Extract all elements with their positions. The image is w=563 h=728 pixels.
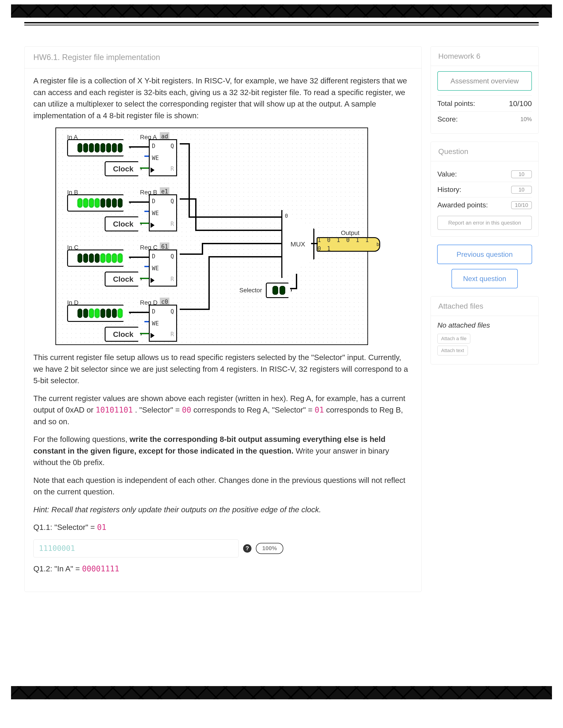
page-rule: [24, 22, 539, 23]
clock-button[interactable]: Clock: [105, 216, 142, 231]
q11-percent-pill: 100%: [256, 543, 283, 554]
sidebar: Homework 6 Assessment overview Total poi…: [431, 46, 539, 364]
value-row: Value: 10: [437, 167, 532, 182]
value-pill[interactable]: 10: [511, 170, 532, 178]
help-icon[interactable]: ?: [243, 544, 251, 553]
attach-text-button[interactable]: Attach text: [437, 346, 468, 355]
q11-answer-row: 11100001 ? 100%: [33, 539, 413, 557]
page-top-border: [11, 4, 552, 18]
q11-label: Q1.1: "Selector" = 01: [33, 522, 413, 533]
question-meta-header: Question: [431, 142, 539, 161]
homework-card: Homework 6 Assessment overview Total poi…: [431, 46, 539, 134]
register-file-diagram: In AReg AadClockDQWERIn BReg Be1ClockDQW…: [55, 128, 368, 345]
page-bottom-border: [11, 686, 552, 699]
hint-text: Hint: Recall that registers only update …: [33, 504, 413, 516]
clock-button[interactable]: Clock: [105, 272, 142, 287]
question-title: HW6.1. Register file implementation: [24, 47, 422, 68]
assessment-overview-button[interactable]: Assessment overview: [437, 71, 532, 91]
clock-button[interactable]: Clock: [105, 161, 142, 176]
awarded-pill: 10/10: [511, 201, 532, 209]
history-pill[interactable]: 10: [511, 186, 532, 194]
clock-button[interactable]: Clock: [105, 327, 142, 342]
register-row-0: In AReg AadClockDQWER: [67, 133, 206, 179]
total-points-row: Total points: 10/100: [437, 96, 532, 111]
question-meta-card: Question Value: 10 History: 10 Awarded p…: [431, 142, 539, 237]
after-fig-1: This current register file setup allows …: [33, 352, 413, 387]
register-row-2: In CReg C61ClockDQWER: [67, 243, 206, 289]
mux: MUX: [281, 210, 315, 278]
score-row: Score: 10%: [437, 111, 532, 127]
question-nav: Previous question Next question: [431, 245, 539, 288]
report-error-button[interactable]: Report an error in this question: [437, 216, 532, 230]
register-row-1: In BReg Be1ClockDQWER: [67, 188, 206, 234]
no-files-text: No attached files: [437, 321, 532, 329]
question-card: HW6.1. Register file implementation A re…: [24, 46, 422, 592]
q12-label: Q1.2: "In A" = 00001111: [33, 563, 413, 575]
output-display: 1 0 1 0 1 1 0 1b: [317, 237, 380, 252]
q11-answer-input[interactable]: 11100001: [33, 539, 239, 557]
question-body: A register file is a collection of X Y-b…: [24, 68, 422, 592]
homework-title: Homework 6: [431, 47, 539, 66]
attached-files-header: Attached files: [431, 296, 539, 316]
awarded-row: Awarded points: 10/10: [437, 197, 532, 213]
register-row-3: In DReg Dc0ClockDQWER: [67, 298, 206, 344]
attach-file-button[interactable]: Attach a file: [437, 334, 470, 343]
intro-text: A register file is a collection of X Y-b…: [33, 75, 413, 121]
history-row: History: 10: [437, 182, 532, 197]
next-question-button[interactable]: Next question: [452, 269, 518, 288]
attached-files-card: Attached files No attached files Attach …: [431, 296, 539, 364]
page-rule-inner: [24, 25, 539, 25]
task-text: For the following questions, write the c…: [33, 433, 413, 468]
after-fig-2: The current register values are shown ab…: [33, 393, 413, 428]
prev-question-button[interactable]: Previous question: [437, 245, 532, 264]
independent-note: Note that each question is independent o…: [33, 475, 413, 498]
selector-input[interactable]: [266, 283, 292, 298]
